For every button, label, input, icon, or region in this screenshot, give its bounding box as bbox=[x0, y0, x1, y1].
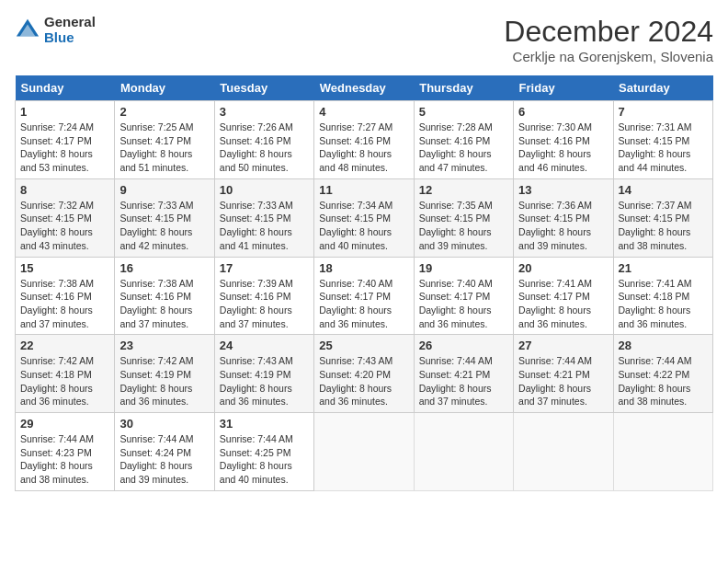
sunrise-text: Sunrise: 7:40 AM bbox=[419, 278, 493, 289]
sunrise-text: Sunrise: 7:38 AM bbox=[20, 278, 94, 289]
daylight-minutes: and 41 minutes. bbox=[220, 240, 289, 251]
sunset-text: Sunset: 4:16 PM bbox=[319, 135, 391, 146]
day-number: 14 bbox=[619, 183, 708, 197]
calendar-cell: 18 Sunrise: 7:40 AM Sunset: 4:17 PM Dayl… bbox=[314, 257, 414, 335]
cell-content: Sunrise: 7:25 AM Sunset: 4:17 PM Dayligh… bbox=[119, 121, 209, 175]
sunset-text: Sunset: 4:17 PM bbox=[419, 291, 491, 302]
daylight-minutes: and 44 minutes. bbox=[619, 162, 688, 173]
sunset-text: Sunset: 4:22 PM bbox=[619, 369, 690, 380]
calendar-cell: 12 Sunrise: 7:35 AM Sunset: 4:15 PM Dayl… bbox=[414, 178, 513, 257]
daylight-minutes: and 37 minutes. bbox=[220, 318, 289, 329]
sunrise-text: Sunrise: 7:39 AM bbox=[220, 278, 293, 289]
logo: General Blue bbox=[15, 15, 96, 45]
page-header: General Blue December 2024 Cerklje na Go… bbox=[15, 15, 713, 64]
sunset-text: Sunset: 4:24 PM bbox=[119, 447, 191, 458]
day-number: 8 bbox=[20, 183, 109, 197]
calendar-cell: 22 Sunrise: 7:42 AM Sunset: 4:18 PM Dayl… bbox=[16, 335, 115, 413]
calendar-cell: 21 Sunrise: 7:41 AM Sunset: 4:18 PM Dayl… bbox=[613, 257, 712, 335]
daylight-text: Daylight: 8 hours bbox=[419, 304, 492, 316]
sunrise-text: Sunrise: 7:26 AM bbox=[220, 121, 293, 132]
sunrise-text: Sunrise: 7:31 AM bbox=[619, 121, 692, 132]
daylight-minutes: and 37 minutes. bbox=[518, 396, 587, 407]
calendar-cell: 25 Sunrise: 7:43 AM Sunset: 4:20 PM Dayl… bbox=[314, 335, 414, 413]
sunset-text: Sunset: 4:15 PM bbox=[619, 213, 690, 224]
calendar-cell bbox=[613, 413, 712, 491]
cell-content: Sunrise: 7:42 AM Sunset: 4:19 PM Dayligh… bbox=[119, 354, 209, 408]
sunrise-text: Sunrise: 7:34 AM bbox=[319, 200, 392, 211]
sunrise-text: Sunrise: 7:27 AM bbox=[319, 121, 392, 132]
daylight-minutes: and 39 minutes. bbox=[119, 474, 188, 485]
day-number: 1 bbox=[20, 105, 109, 119]
sunset-text: Sunset: 4:23 PM bbox=[20, 447, 92, 458]
day-number: 25 bbox=[319, 339, 408, 352]
cell-content: Sunrise: 7:30 AM Sunset: 4:16 PM Dayligh… bbox=[518, 121, 608, 175]
cell-content: Sunrise: 7:44 AM Sunset: 4:21 PM Dayligh… bbox=[419, 354, 508, 408]
sunset-text: Sunset: 4:17 PM bbox=[518, 291, 590, 302]
cell-content: Sunrise: 7:28 AM Sunset: 4:16 PM Dayligh… bbox=[419, 121, 508, 175]
calendar-cell: 31 Sunrise: 7:44 AM Sunset: 4:25 PM Dayl… bbox=[214, 413, 313, 491]
sunset-text: Sunset: 4:20 PM bbox=[319, 369, 391, 380]
day-number: 5 bbox=[419, 105, 508, 119]
column-header-wednesday: Wednesday bbox=[314, 75, 414, 101]
sunset-text: Sunset: 4:18 PM bbox=[20, 369, 92, 380]
sunset-text: Sunset: 4:16 PM bbox=[220, 135, 291, 146]
sunrise-text: Sunrise: 7:32 AM bbox=[20, 200, 94, 211]
sunset-text: Sunset: 4:16 PM bbox=[20, 291, 92, 302]
cell-content: Sunrise: 7:36 AM Sunset: 4:15 PM Dayligh… bbox=[518, 199, 608, 253]
sunrise-text: Sunrise: 7:37 AM bbox=[619, 200, 692, 211]
sunset-text: Sunset: 4:16 PM bbox=[518, 135, 590, 146]
cell-content: Sunrise: 7:38 AM Sunset: 4:16 PM Dayligh… bbox=[119, 277, 209, 331]
sunrise-text: Sunrise: 7:28 AM bbox=[419, 121, 493, 132]
daylight-text: Daylight: 8 hours bbox=[419, 226, 492, 237]
sunrise-text: Sunrise: 7:40 AM bbox=[319, 278, 392, 289]
day-number: 27 bbox=[518, 339, 608, 352]
daylight-text: Daylight: 8 hours bbox=[619, 383, 691, 394]
cell-content: Sunrise: 7:34 AM Sunset: 4:15 PM Dayligh… bbox=[319, 199, 408, 253]
day-number: 20 bbox=[518, 261, 608, 275]
cell-content: Sunrise: 7:44 AM Sunset: 4:24 PM Dayligh… bbox=[119, 432, 209, 487]
sunset-text: Sunset: 4:19 PM bbox=[220, 369, 291, 380]
cell-content: Sunrise: 7:35 AM Sunset: 4:15 PM Dayligh… bbox=[419, 199, 508, 253]
sunrise-text: Sunrise: 7:43 AM bbox=[319, 355, 392, 366]
sunrise-text: Sunrise: 7:44 AM bbox=[20, 433, 94, 444]
daylight-minutes: and 42 minutes. bbox=[119, 240, 188, 251]
cell-content: Sunrise: 7:43 AM Sunset: 4:20 PM Dayligh… bbox=[319, 354, 408, 408]
day-number: 10 bbox=[220, 183, 309, 197]
daylight-text: Daylight: 8 hours bbox=[220, 148, 292, 159]
calendar-cell: 3 Sunrise: 7:26 AM Sunset: 4:16 PM Dayli… bbox=[214, 101, 313, 179]
calendar-cell: 19 Sunrise: 7:40 AM Sunset: 4:17 PM Dayl… bbox=[414, 257, 513, 335]
day-number: 29 bbox=[20, 417, 109, 431]
day-number: 4 bbox=[319, 105, 408, 119]
column-header-friday: Friday bbox=[514, 75, 613, 101]
day-number: 17 bbox=[220, 261, 309, 275]
sunset-text: Sunset: 4:16 PM bbox=[419, 135, 491, 146]
day-number: 28 bbox=[619, 339, 708, 352]
daylight-minutes: and 36 minutes. bbox=[319, 396, 388, 407]
daylight-text: Daylight: 8 hours bbox=[220, 383, 292, 394]
daylight-text: Daylight: 8 hours bbox=[220, 460, 292, 471]
cell-content: Sunrise: 7:44 AM Sunset: 4:23 PM Dayligh… bbox=[20, 432, 109, 487]
sunset-text: Sunset: 4:18 PM bbox=[619, 291, 690, 302]
daylight-minutes: and 36 minutes. bbox=[419, 318, 488, 329]
daylight-minutes: and 37 minutes. bbox=[119, 318, 188, 329]
daylight-text: Daylight: 8 hours bbox=[119, 304, 192, 316]
daylight-text: Daylight: 8 hours bbox=[619, 226, 691, 237]
daylight-minutes: and 38 minutes. bbox=[619, 240, 688, 251]
sunrise-text: Sunrise: 7:36 AM bbox=[518, 200, 592, 211]
sunset-text: Sunset: 4:16 PM bbox=[220, 291, 291, 302]
sunrise-text: Sunrise: 7:44 AM bbox=[119, 433, 193, 444]
cell-content: Sunrise: 7:44 AM Sunset: 4:21 PM Dayligh… bbox=[518, 354, 608, 408]
daylight-text: Daylight: 8 hours bbox=[20, 148, 93, 159]
calendar-cell: 11 Sunrise: 7:34 AM Sunset: 4:15 PM Dayl… bbox=[314, 178, 414, 257]
sunset-text: Sunset: 4:15 PM bbox=[319, 213, 391, 224]
daylight-minutes: and 50 minutes. bbox=[220, 162, 289, 173]
day-number: 13 bbox=[518, 183, 608, 197]
sunset-text: Sunset: 4:15 PM bbox=[20, 213, 92, 224]
column-header-monday: Monday bbox=[115, 75, 214, 101]
sunrise-text: Sunrise: 7:33 AM bbox=[220, 200, 293, 211]
daylight-minutes: and 36 minutes. bbox=[619, 318, 688, 329]
sunset-text: Sunset: 4:17 PM bbox=[319, 291, 391, 302]
calendar-cell: 5 Sunrise: 7:28 AM Sunset: 4:16 PM Dayli… bbox=[414, 101, 513, 179]
calendar-cell: 17 Sunrise: 7:39 AM Sunset: 4:16 PM Dayl… bbox=[214, 257, 313, 335]
calendar-cell: 26 Sunrise: 7:44 AM Sunset: 4:21 PM Dayl… bbox=[414, 335, 513, 413]
